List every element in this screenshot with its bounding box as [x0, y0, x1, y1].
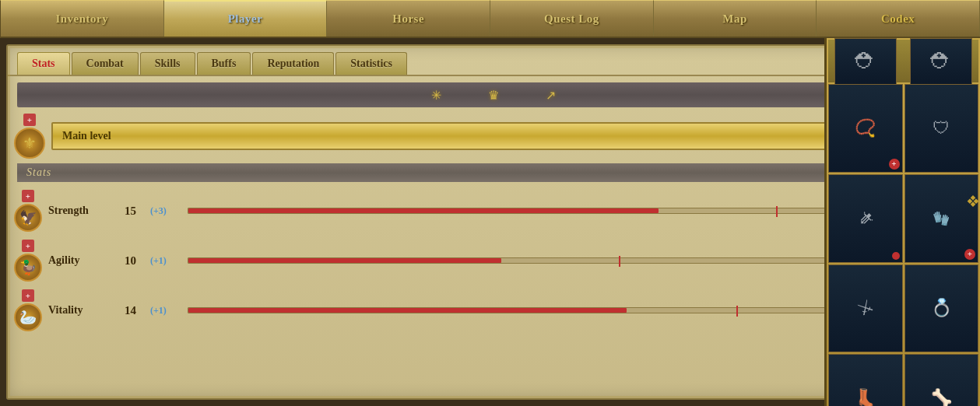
nav-quest-log-label: Quest Log — [544, 12, 599, 26]
strength-bonus: (+3) — [150, 205, 181, 217]
helmet-icon: ⛑ — [855, 48, 876, 74]
equip-slot-armor[interactable]: 🛡 — [904, 84, 979, 173]
agility-bonus: (+1) — [150, 255, 181, 267]
chart-icon: ↗ — [546, 88, 556, 103]
nav-horse-label: Horse — [392, 12, 424, 26]
misc-icon: 🦴 — [931, 388, 952, 406]
nav-player-label: Player — [228, 12, 263, 26]
helmet-display-area: ⛑ ⛑ — [828, 40, 978, 82]
helmet-icon-2: ⛑ — [930, 48, 952, 74]
vitality-icon: 🦢 — [14, 303, 42, 331]
equipment-grid: 📿 + 🛡 🗡 🧤 + ⚔ 💍 👢 — [828, 84, 978, 406]
strength-bar-marker — [776, 206, 778, 217]
vitality-bar-marker — [736, 306, 738, 317]
nav-arrow-right[interactable]: ❖ — [966, 192, 980, 211]
agility-value: 10 — [125, 254, 144, 268]
star-icon: ✳ — [431, 88, 441, 103]
gauntlet-badge: + — [964, 249, 975, 260]
level-label: Main level — [62, 130, 829, 142]
agility-label: Agility — [48, 254, 118, 267]
tab-combat[interactable]: Combat — [72, 52, 139, 75]
tab-statistics[interactable]: Statistics — [335, 52, 407, 75]
nav-inventory-label: Inventory — [55, 12, 108, 26]
equipped-helmet-slot[interactable]: ⛑ — [834, 38, 897, 85]
boots-icon: 👢 — [855, 388, 876, 406]
equip-slot-sword[interactable]: ⚔ — [828, 264, 903, 353]
main-container: Stats Combat Skills Buffs Reputation Sta… — [0, 38, 980, 406]
necklace-badge: + — [889, 159, 900, 170]
level-icon: ⚜ — [14, 128, 45, 159]
tab-skills[interactable]: Skills — [140, 52, 195, 75]
armor-icon: 🛡 — [933, 118, 950, 138]
nav-horse[interactable]: Horse — [327, 0, 490, 37]
gauntlet-icon: 🧤 — [933, 210, 950, 227]
vitality-bar-fill — [188, 308, 627, 313]
agility-plus-button[interactable]: + — [22, 240, 34, 252]
agility-bar-marker — [619, 256, 620, 267]
equip-slot-necklace[interactable]: 📿 + — [828, 84, 903, 173]
equipped-helmet-slot-2[interactable]: ⛑ — [910, 38, 972, 85]
sword-icon: 🗡 — [852, 205, 879, 232]
vitality-bonus: (+1) — [150, 305, 181, 317]
crown-icon: ♛ — [488, 88, 499, 103]
vitality-label: Vitality — [48, 304, 118, 317]
tab-stats[interactable]: Stats — [17, 52, 70, 75]
agility-bar-fill — [188, 258, 501, 263]
nav-codex-label: Codex — [881, 12, 915, 26]
nav-map-label: Map — [722, 12, 747, 26]
equip-slot-ring[interactable]: 💍 — [904, 264, 979, 353]
necklace-icon: 📿 — [855, 118, 876, 138]
equip-slot-boots[interactable]: 👢 — [828, 354, 903, 406]
strength-label: Strength — [48, 205, 118, 217]
strength-value: 15 — [125, 205, 144, 218]
equip-slot-gauntlet[interactable]: 🧤 + — [904, 174, 979, 263]
tab-buffs[interactable]: Buffs — [197, 52, 251, 75]
strength-icon: 🦅 — [14, 204, 42, 232]
top-navigation: Inventory Player Horse Quest Log Map Cod… — [0, 0, 980, 38]
nav-map[interactable]: Map — [654, 0, 817, 37]
ring-icon: 💍 — [931, 298, 952, 318]
agility-icon: 🦆 — [14, 254, 42, 282]
equip-slot-misc[interactable]: 🦴 — [904, 354, 979, 406]
nav-inventory[interactable]: Inventory — [0, 0, 164, 37]
nav-quest-log[interactable]: Quest Log — [490, 0, 654, 37]
level-plus-button[interactable]: + — [23, 114, 36, 126]
strength-plus-button[interactable]: + — [22, 190, 34, 202]
tab-reputation[interactable]: Reputation — [252, 52, 334, 75]
nav-player[interactable]: Player — [164, 0, 328, 37]
vitality-value: 14 — [125, 304, 144, 317]
equipment-sidebar: ⛑ ⛑ 📿 + 🛡 🗡 🧤 + ⚔ — [824, 38, 980, 406]
vitality-plus-button[interactable]: + — [22, 289, 34, 302]
equip-slot-weapon-main[interactable]: 🗡 — [828, 174, 903, 263]
nav-codex[interactable]: Codex — [817, 0, 980, 37]
longsword-icon: ⚔ — [854, 296, 877, 321]
strength-bar-fill — [188, 208, 659, 213]
